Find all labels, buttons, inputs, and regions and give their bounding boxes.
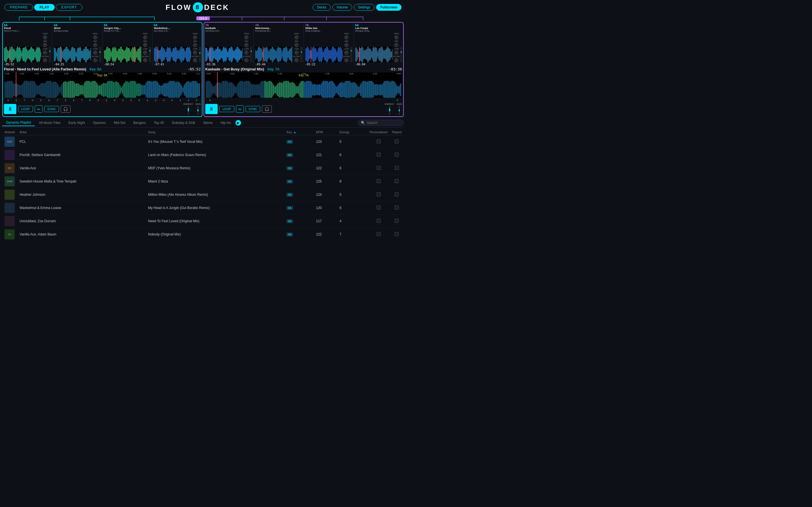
table-row[interactable]: D29 FCL It's You (Mousse T.'s Teef Vocal…	[2, 135, 404, 149]
track-personalized-2[interactable]	[367, 162, 390, 175]
tab-bangers[interactable]: Bangers	[130, 120, 150, 126]
deck7-low-knob[interactable]	[345, 51, 349, 55]
play-button[interactable]: PLAY	[34, 4, 55, 11]
table-row[interactable]: Heather Johnson Million Miles (Alix Alva…	[2, 188, 404, 202]
deck6-filter-knob[interactable]	[295, 58, 299, 62]
header-right-controls: Decks Volume Settings Fullscreen	[313, 4, 402, 11]
col-bpm[interactable]: BPM	[314, 129, 337, 135]
deck8-low-knob[interactable]	[395, 51, 398, 55]
track-energy-6: 4	[337, 215, 367, 228]
track-played-3[interactable]	[390, 175, 404, 188]
deck5-filter-knob[interactable]	[245, 58, 248, 62]
left-loop-button[interactable]: LOOP	[18, 106, 33, 112]
track-played-4[interactable]	[390, 188, 404, 202]
deck3-low-knob[interactable]	[143, 51, 147, 55]
deck5-low-knob[interactable]	[245, 51, 248, 55]
deck2-fader[interactable]	[99, 47, 101, 62]
deck2-mid-knob[interactable]	[93, 43, 97, 47]
deck5-mid-knob[interactable]	[245, 43, 248, 47]
tab-openers[interactable]: Openers	[89, 120, 110, 126]
table-row[interactable]: VA Vanilla Ace, Adam Baum Nobody (Origin…	[2, 228, 404, 241]
table-row[interactable]: SHM Swedish House Mafia & Tinie Tempah M…	[2, 175, 404, 188]
tab-hip-ho[interactable]: Hip Ho	[216, 120, 235, 126]
track-played-2[interactable]	[390, 162, 404, 175]
deck3-filter-knob[interactable]	[143, 58, 147, 62]
track-personalized-3[interactable]	[367, 175, 390, 188]
fullscreen-button[interactable]: Fullscreen	[376, 4, 402, 11]
track-played-6[interactable]	[390, 215, 404, 228]
search-input[interactable]	[367, 121, 401, 125]
deck2-filter-knob[interactable]	[93, 58, 97, 62]
right-sync-button[interactable]: SYNC	[246, 106, 260, 112]
deck4-mid-knob[interactable]	[193, 43, 197, 47]
table-row[interactable]: Unclubbed, Zoe Durrant Need To Feel Love…	[2, 215, 404, 228]
deck1-mid-knob[interactable]	[43, 43, 47, 47]
tab-stems[interactable]: Stems	[199, 120, 216, 126]
table-row[interactable]: Wankelmut & Emma Louise My Head Is A Jun…	[2, 202, 404, 215]
deck7-mid-knob[interactable]	[345, 43, 349, 47]
deck5-high-knob[interactable]	[245, 36, 248, 40]
right-headphone-button[interactable]: 🎧	[262, 105, 272, 113]
left-sync-button[interactable]: SYNC	[44, 106, 59, 112]
deck1-fader[interactable]	[49, 47, 51, 62]
tab-dynamic-playlist[interactable]: Dynamic Playlist	[2, 119, 35, 126]
track-played-1[interactable]	[390, 149, 404, 162]
tab-early-night[interactable]: Early Night	[64, 120, 89, 126]
deck6-low-knob[interactable]	[295, 51, 299, 55]
deck3-fader[interactable]	[149, 47, 151, 62]
track-played-5[interactable]	[390, 202, 404, 215]
prepare-button[interactable]: PREPARE	[4, 4, 33, 11]
deck4-fader[interactable]	[199, 47, 201, 62]
volume-button[interactable]: Volume	[333, 4, 352, 11]
left-headphone-button[interactable]: 🎧	[61, 105, 70, 113]
tabs-scroll-arrow[interactable]: ▶	[236, 120, 241, 126]
table-row[interactable]: Pochill, Stefano Gambarelli Land on Mars…	[2, 149, 404, 162]
tab-top-40[interactable]: Top 40	[150, 120, 168, 126]
decks-button[interactable]: Decks	[313, 4, 331, 11]
track-played-0[interactable]	[390, 135, 404, 149]
export-button[interactable]: EXPORT	[56, 4, 82, 11]
deck6-fader[interactable]	[301, 47, 302, 62]
left-pause-button[interactable]: ⏸	[4, 104, 16, 114]
track-played-7[interactable]	[390, 228, 404, 241]
table-row[interactable]: SH Vanilla Ace MDF (Yves Murasca Remix) …	[2, 162, 404, 175]
col-key[interactable]: Key ▲	[284, 129, 313, 135]
deck7-filter-knob[interactable]	[345, 58, 349, 62]
deck4-low-knob[interactable]	[193, 51, 197, 55]
deck1-low-knob[interactable]	[43, 51, 47, 55]
track-personalized-5[interactable]	[367, 202, 390, 215]
tab-dubstep[interactable]: Dubstep & DnB	[168, 120, 199, 126]
deck5-fader[interactable]	[250, 47, 252, 62]
left-loop-icon-button[interactable]: ∞	[35, 105, 43, 113]
deck2-low-knob[interactable]	[93, 51, 97, 55]
track-personalized-1[interactable]	[367, 149, 390, 162]
right-loop-icon-button[interactable]: ∞	[236, 105, 244, 113]
deck4-high-knob[interactable]	[193, 36, 197, 40]
tab-mid-set[interactable]: Mid-Set	[110, 120, 129, 126]
deck7-fader[interactable]	[350, 47, 352, 62]
right-pause-button[interactable]: ⏸	[205, 104, 218, 114]
col-energy[interactable]: Energy	[337, 129, 367, 135]
settings-button[interactable]: Settings	[354, 4, 374, 11]
deck8-high-knob[interactable]	[395, 36, 398, 40]
deck1-filter-knob[interactable]	[43, 58, 47, 62]
deck8-mid-knob[interactable]	[395, 43, 398, 47]
deck6-mid-knob[interactable]	[295, 43, 299, 47]
deck3-mid-knob[interactable]	[143, 43, 147, 47]
deck1-high-knob[interactable]	[43, 36, 47, 40]
deck2-time: -04:25	[54, 63, 101, 66]
deck6-high-knob[interactable]	[295, 36, 299, 40]
deck4-filter-knob[interactable]	[193, 58, 197, 62]
deck8-filter-knob[interactable]	[395, 58, 398, 62]
deck7-high-knob[interactable]	[345, 36, 349, 40]
right-loop-button[interactable]: LOOP	[219, 106, 234, 112]
deck3-high-knob[interactable]	[143, 36, 147, 40]
track-personalized-7[interactable]	[367, 228, 390, 241]
track-personalized-4[interactable]	[367, 188, 390, 202]
deck2-high-knob[interactable]	[93, 36, 97, 40]
deck8-fader[interactable]	[400, 47, 402, 62]
deck1-time: -05:52	[4, 63, 51, 66]
track-personalized-0[interactable]	[367, 135, 390, 149]
track-personalized-6[interactable]	[367, 215, 390, 228]
tab-all-music[interactable]: All Music Files	[35, 120, 64, 126]
